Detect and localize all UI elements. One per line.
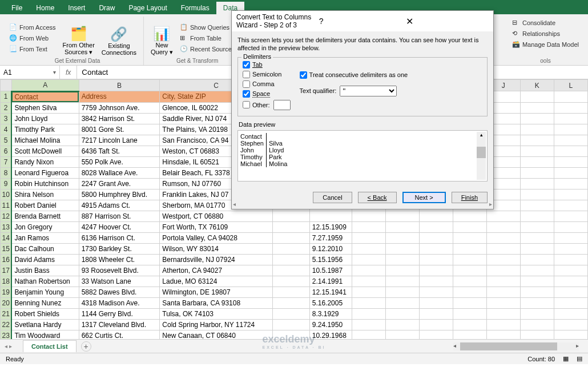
cell[interactable] <box>520 308 554 319</box>
cell[interactable]: 7.27.1959 <box>309 232 352 243</box>
row-header-15[interactable]: 15 <box>1 243 12 254</box>
name-box[interactable]: A1 <box>0 66 60 79</box>
cell[interactable] <box>419 330 453 339</box>
cell[interactable]: 7759 Johnson Ave. <box>79 102 160 113</box>
row-header-11[interactable]: 11 <box>1 200 12 211</box>
treat-consecutive-checkbox[interactable] <box>300 71 307 79</box>
comma-checkbox[interactable] <box>243 80 250 88</box>
consolidate[interactable]: ⊟Consolidate <box>510 18 581 28</box>
cell[interactable] <box>272 308 309 319</box>
cell-b1[interactable]: Address <box>79 91 160 103</box>
cell[interactable]: 5882 Dawes Blvd. <box>79 287 160 297</box>
cell[interactable]: 4915 Adams Ct. <box>79 200 160 211</box>
cell[interactable] <box>486 221 520 232</box>
cell[interactable] <box>554 91 587 103</box>
row-header-12[interactable]: 12 <box>1 211 12 221</box>
cell[interactable] <box>453 308 486 319</box>
cell[interactable] <box>554 211 587 221</box>
cell[interactable]: Benning Nunez <box>11 297 79 308</box>
cell[interactable]: 6436 Taft St. <box>79 146 160 156</box>
cell[interactable] <box>385 276 419 287</box>
cell[interactable]: 4318 Madison Ave. <box>79 297 160 308</box>
cell[interactable]: Robin Hutchinson <box>11 178 79 189</box>
cell[interactable] <box>554 146 587 156</box>
cell[interactable] <box>419 287 453 297</box>
other-checkbox[interactable] <box>243 101 250 108</box>
cell[interactable] <box>352 319 385 330</box>
cell[interactable]: 1317 Cleveland Blvd. <box>79 319 160 330</box>
cell[interactable] <box>352 308 385 319</box>
cell[interactable] <box>554 167 587 178</box>
cell[interactable] <box>554 297 587 308</box>
other-input[interactable] <box>273 100 291 110</box>
cell[interactable]: 1808 Wheeler Ct. <box>79 254 160 265</box>
cell[interactable] <box>486 254 520 265</box>
cell[interactable] <box>272 287 309 297</box>
dialog-titlebar[interactable]: Convert Text to Columns Wizard - Step 2 … <box>232 11 493 31</box>
row-header-14[interactable]: 14 <box>1 232 12 243</box>
cell[interactable] <box>272 243 309 254</box>
cell[interactable]: Scott McDowell <box>11 146 79 156</box>
cell[interactable] <box>554 156 587 167</box>
cell[interactable] <box>385 330 419 339</box>
existing-connections[interactable]: 🔗Existing Connections <box>99 25 139 57</box>
cell[interactable]: Svetlana Hardy <box>11 319 79 330</box>
cell[interactable]: Benjamin Young <box>11 287 79 297</box>
cell[interactable]: Santa Barbara, CA 93108 <box>160 297 272 308</box>
cell[interactable]: 550 Polk Ave. <box>79 156 160 167</box>
cell[interactable] <box>453 330 486 339</box>
row-header-22[interactable]: 22 <box>1 319 12 330</box>
cell[interactable]: 93 Roosevelt Blvd. <box>79 265 160 276</box>
cell[interactable]: Shira Nelson <box>11 189 79 200</box>
help-icon[interactable]: ? <box>315 17 402 26</box>
cell[interactable]: Robert Daniel <box>11 200 79 211</box>
hscroll-thumb[interactable] <box>460 342 557 350</box>
cell[interactable] <box>520 330 554 339</box>
tab-insert[interactable]: Insert <box>61 2 92 14</box>
cell[interactable]: 5.16.2005 <box>309 297 352 308</box>
row-header-19[interactable]: 19 <box>1 287 12 297</box>
cell[interactable] <box>352 232 385 243</box>
from-web[interactable]: 🌐From Web <box>7 33 58 43</box>
treat-consecutive-row[interactable]: Treat consecutive delimiters as one <box>300 71 482 79</box>
cell[interactable] <box>554 232 587 243</box>
row-header-16[interactable]: 16 <box>1 254 12 265</box>
from-access[interactable]: 📄From Access <box>7 22 58 33</box>
cell[interactable] <box>453 254 486 265</box>
cell[interactable] <box>520 276 554 287</box>
cell[interactable]: David Adams <box>11 254 79 265</box>
cell[interactable]: 6136 Harrison Ct. <box>79 232 160 243</box>
cell[interactable]: Wilmington, DE 19807 <box>160 287 272 297</box>
cell[interactable] <box>520 297 554 308</box>
cell[interactable] <box>272 297 309 308</box>
cell[interactable]: Portola Valley, CA 94028 <box>160 232 272 243</box>
cell[interactable] <box>554 200 587 211</box>
fx-icon[interactable]: fx <box>60 66 77 79</box>
cell[interactable] <box>520 113 554 124</box>
cell[interactable] <box>554 287 587 297</box>
from-other-sources[interactable]: 🗂️From Other Sources ▾ <box>61 25 97 57</box>
cell[interactable] <box>520 211 554 221</box>
cell[interactable]: Tulsa, OK 74103 <box>160 308 272 319</box>
select-all-corner[interactable] <box>1 80 12 91</box>
cell[interactable] <box>554 330 587 339</box>
cell[interactable] <box>352 330 385 339</box>
text-qualifier-select[interactable]: " <box>340 86 397 96</box>
cell[interactable]: Bernardsville, NJ 07924 <box>160 254 272 265</box>
cell[interactable] <box>520 265 554 276</box>
cell[interactable] <box>419 211 453 221</box>
cell[interactable]: Robert Shields <box>11 308 79 319</box>
cell[interactable] <box>520 135 554 146</box>
cell-a1[interactable]: Contact <box>11 91 79 103</box>
cell[interactable]: Cold Spring Harbor, NY 11724 <box>160 319 272 330</box>
cell[interactable] <box>352 254 385 265</box>
cell[interactable] <box>520 178 554 189</box>
row-header-23[interactable]: 23 <box>1 330 12 339</box>
row-header-21[interactable]: 21 <box>1 308 12 319</box>
cell[interactable] <box>453 232 486 243</box>
col-header-a[interactable]: A <box>11 80 79 91</box>
cell[interactable] <box>453 319 486 330</box>
cell[interactable]: Fort Worth, TX 76109 <box>160 221 272 232</box>
cell[interactable] <box>486 287 520 297</box>
col-header-k[interactable]: K <box>520 80 554 91</box>
